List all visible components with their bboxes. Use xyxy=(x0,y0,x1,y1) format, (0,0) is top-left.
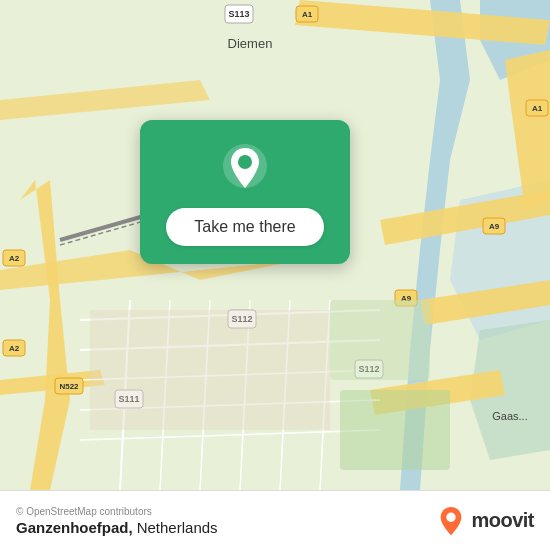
svg-text:A2: A2 xyxy=(9,344,20,353)
svg-text:Gaas...: Gaas... xyxy=(492,410,527,422)
moovit-text: moovit xyxy=(471,509,534,532)
svg-text:A1: A1 xyxy=(302,10,313,19)
svg-point-40 xyxy=(238,155,252,169)
svg-rect-38 xyxy=(90,310,330,430)
svg-text:A2: A2 xyxy=(9,254,20,263)
svg-text:A1: A1 xyxy=(532,104,543,113)
copyright-text: © OpenStreetMap contributors xyxy=(16,506,218,517)
svg-point-41 xyxy=(447,512,456,521)
svg-rect-37 xyxy=(340,390,450,470)
location-name: Ganzenhoefpad, xyxy=(16,519,133,536)
svg-text:A9: A9 xyxy=(489,222,500,231)
map-container: S113 S112 S112 S111 A1 A1 A2 A2 A9 A9 N5… xyxy=(0,0,550,490)
moovit-logo: moovit xyxy=(437,505,534,537)
bottom-bar: © OpenStreetMap contributors Ganzenhoefp… xyxy=(0,490,550,550)
location-country: Netherlands xyxy=(137,519,218,536)
svg-text:Diemen: Diemen xyxy=(228,36,273,51)
svg-text:S113: S113 xyxy=(228,9,249,19)
svg-text:N522: N522 xyxy=(59,382,79,391)
moovit-pin-icon xyxy=(437,505,465,537)
location-pin-icon xyxy=(219,142,271,194)
svg-rect-36 xyxy=(330,300,430,380)
take-me-there-button[interactable]: Take me there xyxy=(166,208,323,246)
location-card[interactable]: Take me there xyxy=(140,120,350,264)
